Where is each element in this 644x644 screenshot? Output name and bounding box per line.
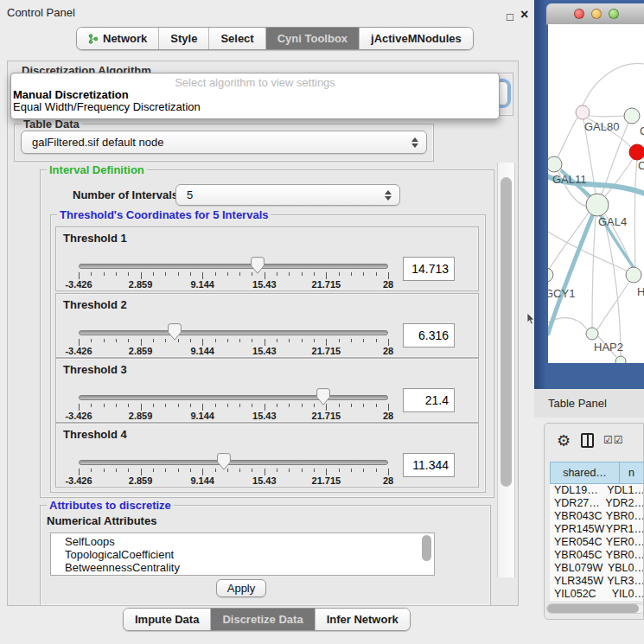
slider-tick-label: 2.859 [129, 279, 153, 290]
network-canvas[interactable]: GAL80GAL11GAL4GCY1HAP2HCG [548, 24, 644, 363]
threshold-value-field[interactable]: 6.316 [403, 323, 455, 348]
panel-scrollbar-thumb[interactable] [501, 177, 512, 487]
slider-tick-label: 28 [383, 411, 393, 421]
table-row[interactable]: YDR27…YDR2… [550, 497, 644, 510]
node-label: C [638, 159, 644, 172]
list-item[interactable]: SelfLoops [51, 535, 434, 548]
threshold-value-field[interactable]: 14.713 [403, 257, 455, 281]
red-node[interactable] [629, 144, 644, 160]
tab-discretize-data[interactable]: Discretize Data [210, 609, 314, 630]
slider-tick-label: 21.715 [312, 279, 341, 290]
combo-arrows-icon [411, 137, 418, 148]
slider-tick-label: 21.715 [312, 346, 341, 356]
threshold-value-field[interactable]: 11.344 [403, 453, 455, 477]
slider-tick-label: 21.715 [312, 475, 341, 486]
tab-label: Select [220, 32, 253, 45]
GCY1-node[interactable] [548, 268, 553, 282]
list-item[interactable]: TopologicalCoefficient [51, 548, 434, 561]
table-rows[interactable]: YDL19…YDL1…YDR27…YDR2…YBR043CYBR0…YPR145… [550, 484, 644, 601]
network-edge[interactable] [590, 116, 624, 117]
tab-cyni-toolbox[interactable]: Cyni Toolbox [265, 28, 359, 49]
slider-track[interactable] [79, 395, 388, 400]
dropdown-option[interactable]: Equal Width/Frequency Discretization [11, 101, 499, 113]
tab-style[interactable]: Style [158, 28, 208, 49]
list-item[interactable]: BetweennessCentrality [51, 561, 434, 574]
table-row[interactable]: YIL052CYIL0… [550, 588, 644, 601]
table-row[interactable]: YDL19…YDL1… [550, 484, 644, 497]
threshold-value-field[interactable]: 21.4 [403, 388, 455, 412]
table-data-combobox[interactable]: galFiltered.sif default node [21, 131, 427, 154]
select-columns-icon[interactable]: ☑☑ [603, 434, 624, 446]
table-row[interactable]: YLR345WYLR3… [550, 575, 644, 588]
tab-label: jActiveMNodules [371, 32, 462, 45]
bottom-node[interactable] [615, 356, 626, 363]
gear-icon[interactable]: ⚙ [557, 431, 571, 450]
column-header-0[interactable]: shared… [550, 462, 620, 484]
table-cell: YBR0… [606, 549, 644, 562]
network-edge[interactable] [558, 118, 577, 157]
table-row[interactable]: YBR043CYBR0… [550, 510, 644, 523]
list-scrollbar[interactable] [422, 535, 431, 561]
table-cell: YLR3… [607, 575, 644, 588]
slider-track[interactable] [79, 460, 388, 465]
table-cell: YIL0… [612, 588, 644, 601]
HAP2-node[interactable] [586, 328, 598, 340]
table-hscrollbar-thumb[interactable] [547, 604, 639, 613]
slider-track[interactable] [79, 264, 388, 269]
apply-button[interactable]: Apply [216, 579, 266, 597]
table-cell: YBR043C [550, 510, 606, 523]
table-data-group-label: Table Data [21, 118, 82, 131]
split-columns-icon[interactable] [581, 433, 594, 448]
table-panel-title: Table Panel [548, 397, 607, 410]
GAL11-node[interactable] [548, 156, 562, 172]
tab-label: Style [170, 32, 197, 45]
network-edge[interactable] [634, 160, 637, 267]
tab-jactivemnodules[interactable]: jActiveMNodules [359, 28, 473, 49]
tab-network[interactable]: Network [77, 28, 158, 49]
column-header-1[interactable]: n [620, 462, 644, 484]
tab-infer-network[interactable]: Infer Network [315, 609, 410, 630]
network-edge[interactable] [548, 216, 592, 334]
table-row[interactable]: YER054CYER0… [550, 536, 644, 549]
network-edge[interactable] [592, 216, 596, 328]
table-cell: YDR2… [605, 497, 644, 510]
slider-tick-label: 28 [383, 475, 393, 486]
right-node[interactable] [626, 267, 641, 283]
network-window-titlebar[interactable] [546, 3, 644, 25]
slider-tick-label: 28 [383, 346, 393, 356]
dropdown-option[interactable]: Manual Discretization [11, 89, 499, 101]
numerical-attributes-label: Numerical Attributes [47, 514, 156, 527]
slider-tick-label: 9.144 [190, 346, 214, 356]
table-row[interactable]: YBL079WYBL0… [550, 562, 644, 575]
close-icon[interactable]: × [520, 9, 528, 21]
table-cell: YDL1… [607, 484, 644, 497]
tab-impute-data[interactable]: Impute Data [124, 609, 210, 630]
slider-thumb[interactable] [316, 388, 330, 405]
mouse-cursor [526, 313, 535, 325]
numerical-attributes-list[interactable]: SelfLoopsTopologicalCoefficientBetweenne… [50, 532, 435, 576]
threshold-2-box: Threshold 2-3.4262.8599.14415.4321.71528… [55, 293, 479, 358]
top-right-node[interactable] [624, 108, 640, 124]
GAL4-node[interactable] [586, 194, 609, 216]
slider-track[interactable] [79, 330, 388, 335]
slider-thumb[interactable] [251, 257, 265, 274]
network-edge[interactable] [597, 282, 629, 329]
table-row[interactable]: YPR145WYPR1… [550, 523, 644, 536]
network-edge[interactable] [583, 63, 644, 105]
number-of-intervals-combobox[interactable]: 5 [175, 184, 400, 206]
close-traffic-light[interactable] [574, 9, 584, 19]
slider-thumb[interactable] [168, 323, 182, 341]
table-row[interactable]: YBR045CYBR0… [550, 549, 644, 562]
GAL80-node[interactable] [576, 105, 590, 119]
zoom-traffic-light[interactable] [609, 9, 619, 19]
table-header-row[interactable]: shared…n [550, 462, 644, 484]
minimize-traffic-light[interactable] [591, 9, 602, 19]
tab-select[interactable]: Select [208, 28, 265, 49]
threshold-label: Threshold 2 [63, 298, 127, 311]
table-cell: YLR345W [550, 575, 607, 588]
slider-thumb[interactable] [217, 453, 231, 470]
float-icon[interactable]: □ [507, 11, 513, 23]
table-cell: YIL052C [550, 588, 612, 601]
tab-label: Network [103, 32, 147, 45]
table-cell: YPR145W [550, 523, 606, 536]
